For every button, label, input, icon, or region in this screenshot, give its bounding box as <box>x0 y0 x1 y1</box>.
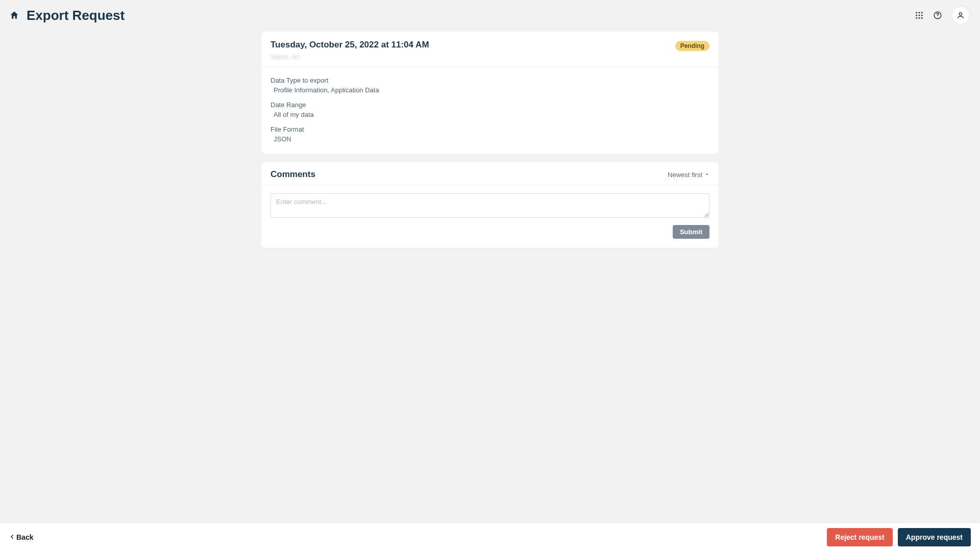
comment-actions: Submit <box>271 225 709 239</box>
request-requester: Name, A/I <box>271 53 429 61</box>
detail-value: Profile Information, Application Data <box>271 86 709 94</box>
svg-point-6 <box>916 17 917 19</box>
comments-body: Submit <box>261 185 719 248</box>
detail-label: Data Type to export <box>271 77 709 84</box>
detail-label: File Format <box>271 126 709 133</box>
chevron-left-icon <box>9 533 15 541</box>
footer-bar: Back Reject request Approve request <box>0 522 980 551</box>
comments-card: Comments Newest first Submit <box>261 162 719 248</box>
svg-point-7 <box>919 17 920 19</box>
back-link[interactable]: Back <box>9 533 33 541</box>
svg-point-10 <box>937 17 938 17</box>
back-label: Back <box>16 533 33 541</box>
svg-point-2 <box>921 12 923 13</box>
approve-request-button[interactable]: Approve request <box>898 528 971 546</box>
comment-input[interactable] <box>271 193 709 218</box>
svg-point-5 <box>921 15 923 16</box>
top-bar-left: Export Request <box>9 8 125 23</box>
request-timestamp: Tuesday, October 25, 2022 at 11:04 AM <box>271 40 429 50</box>
detail-label: Date Range <box>271 101 709 109</box>
request-card-body: Data Type to export Profile Information,… <box>261 67 719 154</box>
svg-point-0 <box>916 12 917 13</box>
comments-sort-dropdown[interactable]: Newest first <box>668 171 709 179</box>
detail-value: All of my data <box>271 111 709 118</box>
chevron-down-icon <box>704 171 709 179</box>
submit-comment-button[interactable]: Submit <box>673 225 709 239</box>
detail-file-format: File Format JSON <box>271 126 709 143</box>
detail-date-range: Date Range All of my data <box>271 101 709 118</box>
main-content: Tuesday, October 25, 2022 at 11:04 AM Na… <box>261 32 719 248</box>
detail-data-type: Data Type to export Profile Information,… <box>271 77 709 94</box>
help-icon[interactable] <box>933 11 942 20</box>
top-bar-right <box>915 6 970 24</box>
page-title: Export Request <box>27 8 125 23</box>
footer-actions: Reject request Approve request <box>827 528 971 546</box>
comments-sort-label: Newest first <box>668 171 702 179</box>
request-card-header: Tuesday, October 25, 2022 at 11:04 AM Na… <box>261 32 719 67</box>
request-card: Tuesday, October 25, 2022 at 11:04 AM Na… <box>261 32 719 154</box>
svg-point-8 <box>921 17 923 19</box>
status-badge: Pending <box>675 41 709 51</box>
detail-value: JSON <box>271 135 709 143</box>
svg-point-3 <box>916 15 917 16</box>
comments-title: Comments <box>271 169 315 180</box>
apps-grid-icon[interactable] <box>915 11 924 20</box>
top-bar: Export Request <box>0 0 980 29</box>
reject-request-button[interactable]: Reject request <box>827 528 892 546</box>
svg-point-4 <box>919 15 920 16</box>
user-avatar[interactable] <box>951 6 970 24</box>
home-icon[interactable] <box>9 10 19 20</box>
svg-point-1 <box>919 12 920 13</box>
svg-point-11 <box>959 13 962 15</box>
comments-header: Comments Newest first <box>261 162 719 185</box>
